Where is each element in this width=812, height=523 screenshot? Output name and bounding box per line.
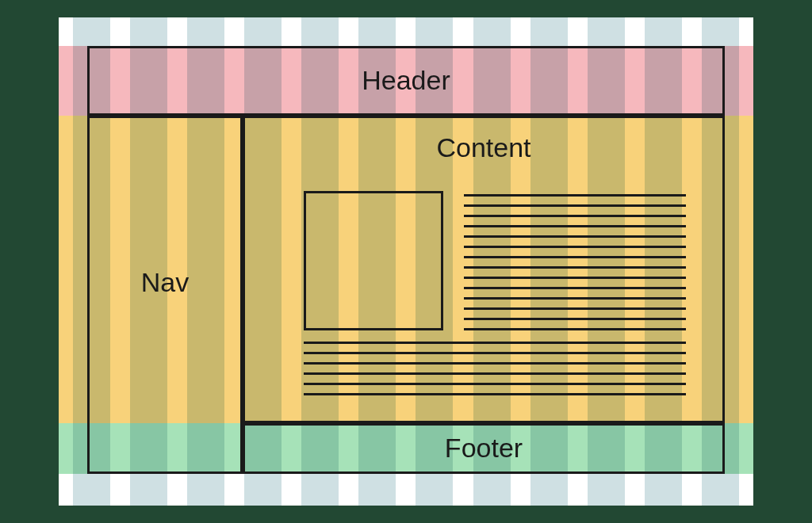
- text-line: [464, 318, 686, 320]
- nav-region: Nav: [87, 116, 243, 474]
- header-label: Header: [362, 65, 450, 96]
- text-line: [464, 328, 686, 330]
- text-line: [304, 362, 686, 365]
- content-region: Content: [243, 116, 725, 423]
- text-line: [464, 225, 686, 227]
- footer-region: Footer: [243, 423, 725, 474]
- text-line: [464, 235, 686, 238]
- text-line: [464, 215, 686, 217]
- footer-label: Footer: [445, 433, 523, 464]
- text-line: [304, 352, 686, 354]
- layout-diagram: Header Nav Content: [59, 17, 753, 506]
- content-text-lines-lower: [304, 342, 686, 403]
- header-region: Header: [87, 46, 725, 116]
- nav-label: Nav: [141, 267, 189, 298]
- text-line: [464, 297, 686, 300]
- text-line: [464, 307, 686, 310]
- text-line: [304, 383, 686, 385]
- text-line: [464, 256, 686, 258]
- content-label: Content: [436, 132, 530, 163]
- text-line: [464, 287, 686, 289]
- text-line: [304, 372, 686, 375]
- text-line: [304, 342, 686, 344]
- text-line: [464, 204, 686, 207]
- text-line: [304, 393, 686, 395]
- text-line: [464, 277, 686, 279]
- content-image-placeholder: [304, 191, 443, 330]
- text-line: [464, 194, 686, 197]
- text-line: [464, 266, 686, 269]
- content-text-lines-upper: [464, 194, 686, 338]
- text-line: [464, 246, 686, 248]
